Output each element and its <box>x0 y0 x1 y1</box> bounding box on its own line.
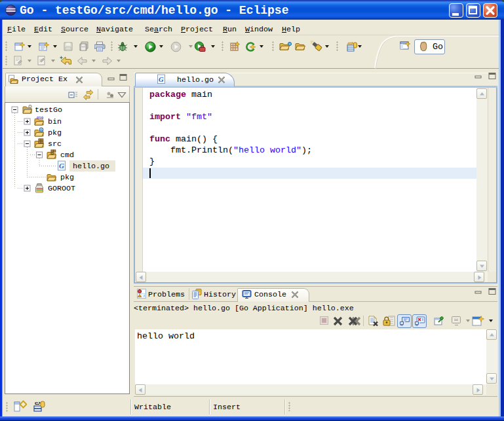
svg-text:G: G <box>59 162 64 170</box>
svg-text:G: G <box>159 76 164 83</box>
svg-text:010: 010 <box>37 116 44 120</box>
